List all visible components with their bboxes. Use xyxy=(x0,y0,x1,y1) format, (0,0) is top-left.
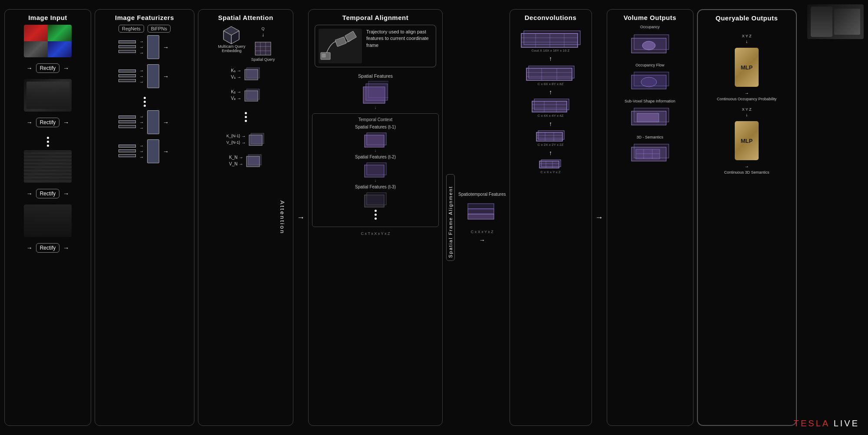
trajectory-text: Trajectory used to align past features t… xyxy=(366,29,432,49)
vol-subvoxel: Sub-Voxel Shape Information xyxy=(625,99,675,126)
spatial-attention-title: Spatial Attention xyxy=(218,14,273,21)
cam-red xyxy=(24,25,48,41)
arrow-sa-to-ta: → xyxy=(297,213,305,222)
svg-rect-18 xyxy=(322,54,326,57)
arrow-7: → xyxy=(26,244,33,251)
svg-rect-29 xyxy=(367,193,386,205)
deconv-box-2-svg xyxy=(526,65,575,82)
deconv-boxes: Cout X 16X x 16Y x 16 Z ↑ C x 8X x 8Y x … xyxy=(520,29,581,174)
rectify-box-3: Rectify xyxy=(36,189,60,198)
feat-row-4: → → → → xyxy=(99,139,191,163)
kv-row-n1: K_{N-1} → V_{N-1} → xyxy=(227,132,265,147)
svg-point-65 xyxy=(642,41,655,50)
volume-title: Volume Outputs xyxy=(624,14,677,21)
deconv-box-4: C x 2X x 2Y x 2Z xyxy=(536,130,566,147)
feat-row-3: → → → → xyxy=(99,110,191,134)
featurizers-title: Image Featurizers xyxy=(115,14,174,21)
layer-1b xyxy=(118,45,136,48)
svg-rect-4 xyxy=(255,42,271,55)
arrow-5: → xyxy=(26,190,33,197)
deconv-box-1-svg xyxy=(520,29,581,49)
rectify-box-4: Rectify xyxy=(36,243,60,253)
deconv-box-2: C x 8X x 8Y x 8Z xyxy=(526,65,575,86)
arrow-4: → xyxy=(63,119,69,126)
camera-thumbnail-3 xyxy=(24,150,72,183)
occ-flow-icon xyxy=(631,69,670,90)
queryable-items: X Y Z ↓ MLP → Continuous Occupancy Proba… xyxy=(717,34,777,175)
deconv-title: Deconvolutions xyxy=(525,14,577,21)
dot-2 xyxy=(47,141,49,143)
deconv-dim-1: Cout X 16X x 16Y x 16 Z xyxy=(532,49,570,53)
camera-thumbnail-2 xyxy=(24,79,72,112)
sf-t3-icon xyxy=(364,191,388,208)
svg-rect-31 xyxy=(468,209,494,214)
deconv-dim-3: C x 4X x 4Y x 4Z xyxy=(538,114,564,118)
kv-rows: K₁ → V₁ → K₂ xyxy=(202,66,289,168)
sf-t3-label: Spatial Features (t-3) xyxy=(355,185,396,189)
svg-rect-25 xyxy=(367,133,386,145)
sfa-label: Spatial Frame Alignment xyxy=(446,174,455,261)
svg-rect-71 xyxy=(637,113,659,122)
image-featurizers-section: Image Featurizers RegNets BiFPNs → → → → xyxy=(95,9,194,426)
output-label-2: Continuous 3D Semantics xyxy=(724,170,769,175)
kv-row-n: K_N → V_N → xyxy=(229,153,262,168)
occ-label: Occupancy xyxy=(640,25,660,29)
q-label: Q xyxy=(261,26,264,31)
temporal-alignment-title: Temporal Alignment xyxy=(342,14,408,21)
bifpn-block-3 xyxy=(147,110,159,134)
vol-occupancy: Occupancy xyxy=(631,25,670,54)
deconv-box-5-svg xyxy=(539,159,562,170)
deconvolutions-section: Deconvolutions Cout X 16X x 16Y x 16 Z ↑ xyxy=(510,9,592,426)
main-diagram: Image Input → Rectify → xyxy=(0,0,868,435)
3d-sem-icon xyxy=(631,141,670,162)
layer-stack-1 xyxy=(118,40,136,54)
svg-rect-32 xyxy=(468,204,494,209)
spatial-features-block: Spatial Features ↓ xyxy=(312,73,439,110)
vol-occ-flow: Occupancy Flow xyxy=(631,63,670,90)
video-thumbnail xyxy=(807,4,864,39)
svg-rect-16 xyxy=(248,155,261,165)
multi-arrow-1: → xyxy=(139,39,144,44)
rectify-box-1: Rectify xyxy=(36,63,60,73)
dim-cxyz: C x X x Y x Z xyxy=(471,230,493,234)
subvoxel-icon xyxy=(631,105,670,126)
bifpn-block-4 xyxy=(147,139,159,163)
temporal-context-label: Temporal Context xyxy=(358,117,392,122)
attention-label: Attention xyxy=(279,201,285,234)
occ-flow-label: Occupancy Flow xyxy=(635,63,664,67)
kv-block-n xyxy=(246,153,262,168)
svg-rect-19 xyxy=(335,37,346,47)
sfa-wrapper: Spatial Frame Alignment xyxy=(446,174,455,261)
arrow-1: → xyxy=(26,65,33,72)
dots-middle xyxy=(47,137,49,147)
down-arrow-1: ↓ xyxy=(262,32,264,38)
spatiotemporal-label: Spatiotemporal Features xyxy=(458,192,506,197)
deconv-dim-4: C x 2X x 2Y x 2Z xyxy=(538,143,564,147)
deconv-dim-2: C x 8X x 8Y x 8Z xyxy=(538,82,564,86)
kv-block-1 xyxy=(244,66,260,81)
kv-block-n1 xyxy=(248,132,265,147)
xyz-label-2: X Y Z xyxy=(742,107,751,112)
queryable-title: Queryable Outputs xyxy=(716,14,778,22)
camera-row-2 xyxy=(8,79,87,112)
spatial-features-icon xyxy=(362,80,388,104)
mlp-box-1: MLP xyxy=(735,48,759,87)
trajectory-box: Trajectory used to align past features t… xyxy=(315,25,436,67)
svg-rect-23 xyxy=(368,81,388,98)
svg-rect-10 xyxy=(247,68,260,78)
image-input-title: Image Input xyxy=(28,14,67,21)
arrow-deconv-vol: → xyxy=(595,213,603,222)
mlp-group-1: X Y Z ↓ MLP → Continuous Occupancy Proba… xyxy=(717,34,777,101)
xyz-label-1: X Y Z xyxy=(742,34,751,38)
rectify-box-2: Rectify xyxy=(36,118,60,127)
svg-rect-59 xyxy=(541,160,561,167)
deconv-box-4-svg xyxy=(536,130,566,143)
feat-dots xyxy=(144,97,146,107)
cam-blue xyxy=(48,41,72,58)
attn-dots xyxy=(245,112,247,122)
multicam-cube-icon xyxy=(222,25,241,44)
arrow-group-1: → → → xyxy=(139,39,144,55)
multicam-label: Multicam Query Embedding xyxy=(217,44,247,53)
deconv-box-3-svg xyxy=(531,98,570,114)
vol-3d-sem: 3D - Semantics xyxy=(631,135,670,162)
